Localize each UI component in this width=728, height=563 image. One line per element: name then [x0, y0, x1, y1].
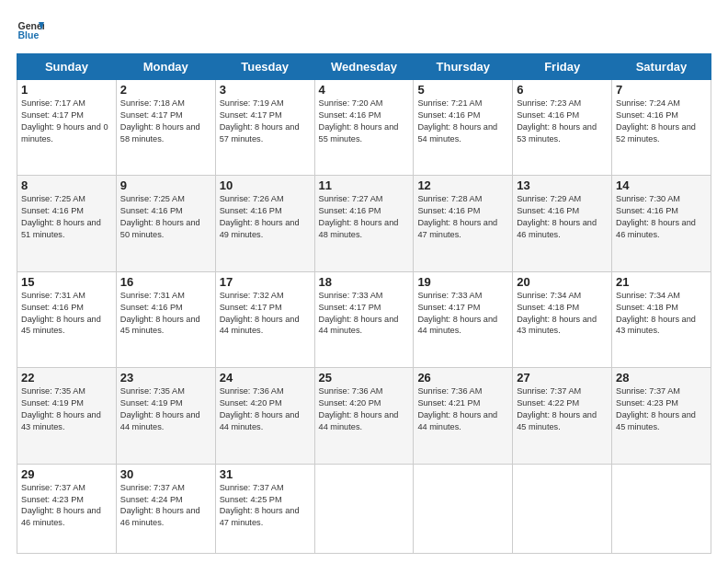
sunset-label: Sunset: 4:18 PM — [517, 303, 579, 312]
daylight-label: Daylight: 8 hours and 50 minutes. — [120, 218, 200, 239]
calendar-day-4: 4 Sunrise: 7:20 AM Sunset: 4:16 PM Dayli… — [314, 80, 414, 176]
logo: General Blue — [17, 17, 48, 44]
calendar-day-5: 5 Sunrise: 7:21 AM Sunset: 4:16 PM Dayli… — [414, 80, 513, 176]
day-number: 3 — [220, 83, 311, 97]
calendar-day-13: 13 Sunrise: 7:29 AM Sunset: 4:16 PM Dayl… — [513, 176, 612, 271]
daylight-label: Daylight: 8 hours and 58 minutes. — [120, 122, 200, 144]
calendar-day-8: 8 Sunrise: 7:25 AM Sunset: 4:16 PM Dayli… — [17, 176, 117, 271]
calendar-week-1: 1 Sunrise: 7:17 AM Sunset: 4:17 PM Dayli… — [17, 80, 711, 176]
sunset-label: Sunset: 4:16 PM — [616, 206, 678, 215]
daylight-label: Daylight: 8 hours and 44 minutes. — [417, 315, 497, 336]
calendar-day-1: 1 Sunrise: 7:17 AM Sunset: 4:17 PM Dayli… — [17, 80, 117, 176]
calendar-week-2: 8 Sunrise: 7:25 AM Sunset: 4:16 PM Dayli… — [17, 176, 711, 271]
calendar-day-7: 7 Sunrise: 7:24 AM Sunset: 4:16 PM Dayli… — [612, 80, 711, 176]
sunset-label: Sunset: 4:25 PM — [220, 495, 282, 504]
sunrise-label: Sunrise: 7:27 AM — [319, 194, 383, 203]
day-content: Sunrise: 7:33 AM Sunset: 4:17 PM Dayligh… — [417, 290, 508, 338]
day-content: Sunrise: 7:31 AM Sunset: 4:16 PM Dayligh… — [21, 290, 112, 338]
day-content: Sunrise: 7:21 AM Sunset: 4:16 PM Dayligh… — [417, 98, 508, 145]
day-number: 26 — [417, 371, 508, 385]
sunrise-label: Sunrise: 7:36 AM — [220, 386, 284, 396]
daylight-label: Daylight: 8 hours and 46 minutes. — [517, 218, 597, 239]
day-content: Sunrise: 7:34 AM Sunset: 4:18 PM Dayligh… — [517, 290, 608, 338]
calendar-week-5: 29 Sunrise: 7:37 AM Sunset: 4:23 PM Dayl… — [17, 464, 711, 553]
svg-text:Blue: Blue — [18, 29, 40, 40]
sunset-label: Sunset: 4:16 PM — [517, 110, 579, 120]
day-content: Sunrise: 7:19 AM Sunset: 4:17 PM Dayligh… — [220, 98, 311, 145]
sunset-label: Sunset: 4:19 PM — [120, 398, 183, 408]
sunset-label: Sunset: 4:22 PM — [517, 398, 579, 408]
sunrise-label: Sunrise: 7:33 AM — [417, 291, 482, 300]
daylight-label: Daylight: 9 hours and 0 minutes. — [21, 122, 108, 144]
daylight-label: Daylight: 8 hours and 55 minutes. — [319, 122, 399, 144]
day-content: Sunrise: 7:20 AM Sunset: 4:16 PM Dayligh… — [319, 98, 410, 145]
sunset-label: Sunset: 4:18 PM — [616, 303, 678, 312]
day-number: 21 — [616, 275, 707, 289]
calendar-day-2: 2 Sunrise: 7:18 AM Sunset: 4:17 PM Dayli… — [116, 80, 215, 176]
daylight-label: Daylight: 8 hours and 54 minutes. — [417, 122, 497, 144]
daylight-label: Daylight: 8 hours and 51 minutes. — [21, 218, 101, 239]
sunrise-label: Sunrise: 7:25 AM — [21, 194, 85, 203]
day-number: 5 — [417, 83, 508, 97]
sunset-label: Sunset: 4:17 PM — [417, 303, 480, 312]
day-content: Sunrise: 7:34 AM Sunset: 4:18 PM Dayligh… — [616, 290, 707, 338]
sunset-label: Sunset: 4:24 PM — [120, 495, 183, 504]
day-content: Sunrise: 7:31 AM Sunset: 4:16 PM Dayligh… — [120, 290, 211, 338]
day-number: 11 — [319, 178, 410, 192]
day-content: Sunrise: 7:35 AM Sunset: 4:19 PM Dayligh… — [21, 385, 112, 433]
sunset-label: Sunset: 4:16 PM — [517, 206, 579, 215]
calendar-day-25: 25 Sunrise: 7:36 AM Sunset: 4:20 PM Dayl… — [314, 368, 414, 464]
empty-cell — [612, 464, 711, 553]
sunset-label: Sunset: 4:16 PM — [319, 110, 381, 120]
sunset-label: Sunset: 4:23 PM — [616, 398, 678, 408]
sunrise-label: Sunrise: 7:36 AM — [319, 386, 383, 396]
day-number: 1 — [21, 83, 112, 97]
day-number: 8 — [21, 178, 112, 192]
day-number: 25 — [319, 371, 410, 385]
sunset-label: Sunset: 4:16 PM — [417, 206, 480, 215]
day-number: 16 — [120, 275, 211, 289]
calendar-day-22: 22 Sunrise: 7:35 AM Sunset: 4:19 PM Dayl… — [17, 368, 117, 464]
day-content: Sunrise: 7:36 AM Sunset: 4:20 PM Dayligh… — [220, 385, 311, 433]
daylight-label: Daylight: 8 hours and 44 minutes. — [417, 410, 497, 431]
sunset-label: Sunset: 4:19 PM — [21, 398, 84, 408]
daylight-label: Daylight: 8 hours and 44 minutes. — [319, 315, 399, 336]
sunrise-label: Sunrise: 7:29 AM — [517, 194, 581, 203]
day-number: 2 — [120, 83, 211, 97]
calendar-day-9: 9 Sunrise: 7:25 AM Sunset: 4:16 PM Dayli… — [116, 176, 215, 271]
calendar-header-row: SundayMondayTuesdayWednesdayThursdayFrid… — [17, 54, 711, 80]
calendar-day-14: 14 Sunrise: 7:30 AM Sunset: 4:16 PM Dayl… — [612, 176, 711, 271]
day-content: Sunrise: 7:37 AM Sunset: 4:23 PM Dayligh… — [21, 482, 112, 530]
sunrise-label: Sunrise: 7:34 AM — [517, 291, 581, 300]
daylight-label: Daylight: 8 hours and 45 minutes. — [517, 410, 597, 431]
day-content: Sunrise: 7:36 AM Sunset: 4:21 PM Dayligh… — [417, 385, 508, 433]
day-number: 27 — [517, 371, 608, 385]
weekday-header-wednesday: Wednesday — [314, 54, 414, 80]
calendar-day-31: 31 Sunrise: 7:37 AM Sunset: 4:25 PM Dayl… — [215, 464, 314, 553]
day-number: 15 — [21, 275, 112, 289]
weekday-header-thursday: Thursday — [414, 54, 513, 80]
calendar-day-27: 27 Sunrise: 7:37 AM Sunset: 4:22 PM Dayl… — [513, 368, 612, 464]
sunrise-label: Sunrise: 7:35 AM — [21, 386, 85, 396]
day-content: Sunrise: 7:28 AM Sunset: 4:16 PM Dayligh… — [417, 193, 508, 241]
daylight-label: Daylight: 8 hours and 46 minutes. — [120, 506, 200, 527]
day-number: 13 — [517, 178, 608, 192]
day-content: Sunrise: 7:25 AM Sunset: 4:16 PM Dayligh… — [120, 193, 211, 241]
sunrise-label: Sunrise: 7:18 AM — [120, 98, 185, 108]
weekday-header-tuesday: Tuesday — [215, 54, 314, 80]
day-number: 20 — [517, 275, 608, 289]
calendar-day-15: 15 Sunrise: 7:31 AM Sunset: 4:16 PM Dayl… — [17, 271, 117, 367]
sunset-label: Sunset: 4:20 PM — [319, 398, 381, 408]
sunrise-label: Sunrise: 7:28 AM — [417, 194, 482, 203]
sunset-label: Sunset: 4:16 PM — [417, 110, 480, 120]
day-number: 9 — [120, 178, 211, 192]
calendar-day-24: 24 Sunrise: 7:36 AM Sunset: 4:20 PM Dayl… — [215, 368, 314, 464]
empty-cell — [414, 464, 513, 553]
sunset-label: Sunset: 4:16 PM — [120, 206, 183, 215]
day-number: 28 — [616, 371, 707, 385]
daylight-label: Daylight: 8 hours and 46 minutes. — [616, 218, 696, 239]
sunrise-label: Sunrise: 7:21 AM — [417, 98, 482, 108]
daylight-label: Daylight: 8 hours and 43 minutes. — [616, 315, 696, 336]
day-number: 10 — [220, 178, 311, 192]
daylight-label: Daylight: 8 hours and 45 minutes. — [616, 410, 696, 431]
